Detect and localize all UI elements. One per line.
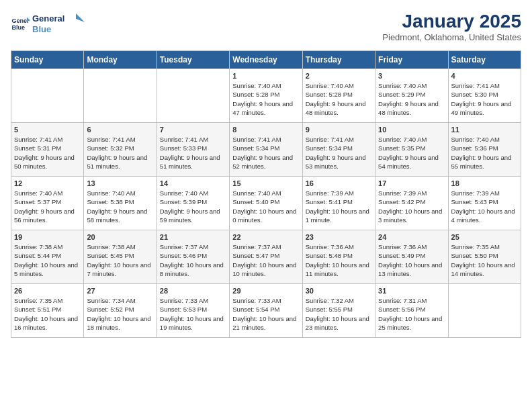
day-number: 24 <box>378 233 445 241</box>
calendar-cell: 15Sunrise: 7:40 AM Sunset: 5:40 PM Dayli… <box>230 177 302 230</box>
day-info: Sunrise: 7:34 AM Sunset: 5:52 PM Dayligh… <box>87 296 153 332</box>
day-number: 3 <box>378 72 445 80</box>
day-info: Sunrise: 7:40 AM Sunset: 5:37 PM Dayligh… <box>14 189 81 224</box>
day-number: 30 <box>306 287 372 295</box>
day-info: Sunrise: 7:33 AM Sunset: 5:54 PM Dayligh… <box>232 296 299 332</box>
month-title: January 2025 <box>382 11 521 32</box>
day-number: 6 <box>87 126 153 134</box>
day-number: 2 <box>306 72 372 80</box>
calendar-cell: 11Sunrise: 7:40 AM Sunset: 5:36 PM Dayli… <box>448 123 521 177</box>
day-number: 10 <box>378 126 445 134</box>
calendar-cell: 21Sunrise: 7:37 AM Sunset: 5:46 PM Dayli… <box>157 230 229 284</box>
calendar-cell: 13Sunrise: 7:40 AM Sunset: 5:38 PM Dayli… <box>84 177 157 230</box>
day-number: 11 <box>451 126 518 134</box>
day-number: 19 <box>14 233 81 241</box>
calendar-cell: 23Sunrise: 7:36 AM Sunset: 5:48 PM Dayli… <box>302 230 375 284</box>
calendar-cell: 17Sunrise: 7:39 AM Sunset: 5:42 PM Dayli… <box>375 177 448 230</box>
calendar-cell: 30Sunrise: 7:32 AM Sunset: 5:55 PM Dayli… <box>302 284 375 338</box>
calendar-cell: 3Sunrise: 7:40 AM Sunset: 5:29 PM Daylig… <box>375 69 448 123</box>
calendar-cell: 12Sunrise: 7:40 AM Sunset: 5:37 PM Dayli… <box>11 177 84 230</box>
day-info: Sunrise: 7:38 AM Sunset: 5:44 PM Dayligh… <box>14 242 81 278</box>
calendar-cell: 18Sunrise: 7:39 AM Sunset: 5:43 PM Dayli… <box>448 177 521 230</box>
location-subtitle: Piedmont, Oklahoma, United States <box>382 32 521 42</box>
day-info: Sunrise: 7:40 AM Sunset: 5:38 PM Dayligh… <box>87 189 153 224</box>
day-info: Sunrise: 7:40 AM Sunset: 5:36 PM Dayligh… <box>451 135 518 171</box>
calendar-cell: 19Sunrise: 7:38 AM Sunset: 5:44 PM Dayli… <box>11 230 84 284</box>
day-number: 7 <box>160 126 226 134</box>
day-number: 21 <box>160 233 226 241</box>
day-number: 4 <box>451 72 518 80</box>
day-info: Sunrise: 7:41 AM Sunset: 5:34 PM Dayligh… <box>232 135 299 171</box>
day-number: 14 <box>160 179 226 187</box>
calendar-cell <box>448 284 521 338</box>
day-number: 17 <box>378 179 445 187</box>
day-number: 1 <box>232 72 299 80</box>
day-info: Sunrise: 7:36 AM Sunset: 5:48 PM Dayligh… <box>306 242 372 278</box>
calendar-cell: 1Sunrise: 7:40 AM Sunset: 5:28 PM Daylig… <box>230 69 302 123</box>
day-number: 5 <box>14 126 81 134</box>
week-row-5: 26Sunrise: 7:35 AM Sunset: 5:51 PM Dayli… <box>11 284 521 338</box>
calendar-cell: 2Sunrise: 7:40 AM Sunset: 5:28 PM Daylig… <box>302 69 375 123</box>
day-info: Sunrise: 7:39 AM Sunset: 5:43 PM Dayligh… <box>451 189 518 224</box>
calendar-cell: 24Sunrise: 7:36 AM Sunset: 5:49 PM Dayli… <box>375 230 448 284</box>
week-row-4: 19Sunrise: 7:38 AM Sunset: 5:44 PM Dayli… <box>11 230 521 284</box>
calendar-cell: 6Sunrise: 7:41 AM Sunset: 5:32 PM Daylig… <box>84 123 157 177</box>
calendar-cell: 7Sunrise: 7:41 AM Sunset: 5:33 PM Daylig… <box>157 123 229 177</box>
day-info: Sunrise: 7:39 AM Sunset: 5:42 PM Dayligh… <box>378 189 445 224</box>
logo: General Blue General Blue <box>11 11 86 35</box>
calendar-cell: 8Sunrise: 7:41 AM Sunset: 5:34 PM Daylig… <box>230 123 302 177</box>
calendar-cell: 29Sunrise: 7:33 AM Sunset: 5:54 PM Dayli… <box>230 284 302 338</box>
day-number: 26 <box>14 287 81 295</box>
svg-text:Blue: Blue <box>32 24 51 34</box>
day-info: Sunrise: 7:31 AM Sunset: 5:56 PM Dayligh… <box>378 296 445 332</box>
calendar-cell: 9Sunrise: 7:41 AM Sunset: 5:34 PM Daylig… <box>302 123 375 177</box>
calendar-cell: 31Sunrise: 7:31 AM Sunset: 5:56 PM Dayli… <box>375 284 448 338</box>
day-info: Sunrise: 7:41 AM Sunset: 5:33 PM Dayligh… <box>160 135 226 171</box>
calendar-cell <box>11 69 84 123</box>
header-row: SundayMondayTuesdayWednesdayThursdayFrid… <box>11 51 521 69</box>
col-header-tuesday: Tuesday <box>157 51 229 69</box>
day-info: Sunrise: 7:35 AM Sunset: 5:51 PM Dayligh… <box>14 296 81 332</box>
calendar-table: SundayMondayTuesdayWednesdayThursdayFrid… <box>11 50 521 338</box>
week-row-1: 1Sunrise: 7:40 AM Sunset: 5:28 PM Daylig… <box>11 69 521 123</box>
logo-image: General Blue <box>32 11 86 35</box>
day-info: Sunrise: 7:40 AM Sunset: 5:29 PM Dayligh… <box>378 81 445 117</box>
calendar-cell: 4Sunrise: 7:41 AM Sunset: 5:30 PM Daylig… <box>448 69 521 123</box>
day-info: Sunrise: 7:40 AM Sunset: 5:39 PM Dayligh… <box>160 189 226 224</box>
col-header-monday: Monday <box>84 51 157 69</box>
calendar-cell: 10Sunrise: 7:40 AM Sunset: 5:35 PM Dayli… <box>375 123 448 177</box>
calendar-cell: 22Sunrise: 7:37 AM Sunset: 5:47 PM Dayli… <box>230 230 302 284</box>
col-header-thursday: Thursday <box>302 51 375 69</box>
calendar-cell <box>84 69 157 123</box>
day-info: Sunrise: 7:32 AM Sunset: 5:55 PM Dayligh… <box>306 296 372 332</box>
week-row-2: 5Sunrise: 7:41 AM Sunset: 5:31 PM Daylig… <box>11 123 521 177</box>
day-info: Sunrise: 7:41 AM Sunset: 5:32 PM Dayligh… <box>87 135 153 171</box>
day-info: Sunrise: 7:39 AM Sunset: 5:41 PM Dayligh… <box>306 189 372 224</box>
day-info: Sunrise: 7:35 AM Sunset: 5:50 PM Dayligh… <box>451 242 518 278</box>
calendar-cell: 14Sunrise: 7:40 AM Sunset: 5:39 PM Dayli… <box>157 177 229 230</box>
calendar-cell: 5Sunrise: 7:41 AM Sunset: 5:31 PM Daylig… <box>11 123 84 177</box>
day-number: 18 <box>451 179 518 187</box>
day-info: Sunrise: 7:40 AM Sunset: 5:28 PM Dayligh… <box>306 81 372 117</box>
week-row-3: 12Sunrise: 7:40 AM Sunset: 5:37 PM Dayli… <box>11 177 521 230</box>
day-info: Sunrise: 7:40 AM Sunset: 5:28 PM Dayligh… <box>232 81 299 117</box>
day-number: 29 <box>232 287 299 295</box>
day-number: 27 <box>87 287 153 295</box>
day-number: 23 <box>306 233 372 241</box>
col-header-friday: Friday <box>375 51 448 69</box>
day-info: Sunrise: 7:33 AM Sunset: 5:53 PM Dayligh… <box>160 296 226 332</box>
day-info: Sunrise: 7:41 AM Sunset: 5:34 PM Dayligh… <box>306 135 372 171</box>
calendar-cell <box>157 69 229 123</box>
day-info: Sunrise: 7:40 AM Sunset: 5:40 PM Dayligh… <box>232 189 299 224</box>
day-info: Sunrise: 7:41 AM Sunset: 5:31 PM Dayligh… <box>14 135 81 171</box>
day-number: 9 <box>306 126 372 134</box>
day-info: Sunrise: 7:41 AM Sunset: 5:30 PM Dayligh… <box>451 81 518 117</box>
day-number: 20 <box>87 233 153 241</box>
col-header-sunday: Sunday <box>11 51 84 69</box>
day-number: 22 <box>232 233 299 241</box>
calendar-cell: 26Sunrise: 7:35 AM Sunset: 5:51 PM Dayli… <box>11 284 84 338</box>
calendar-cell: 27Sunrise: 7:34 AM Sunset: 5:52 PM Dayli… <box>84 284 157 338</box>
day-info: Sunrise: 7:37 AM Sunset: 5:47 PM Dayligh… <box>232 242 299 278</box>
day-info: Sunrise: 7:40 AM Sunset: 5:35 PM Dayligh… <box>378 135 445 171</box>
page-header: General Blue General Blue January 2025 P… <box>11 11 521 42</box>
